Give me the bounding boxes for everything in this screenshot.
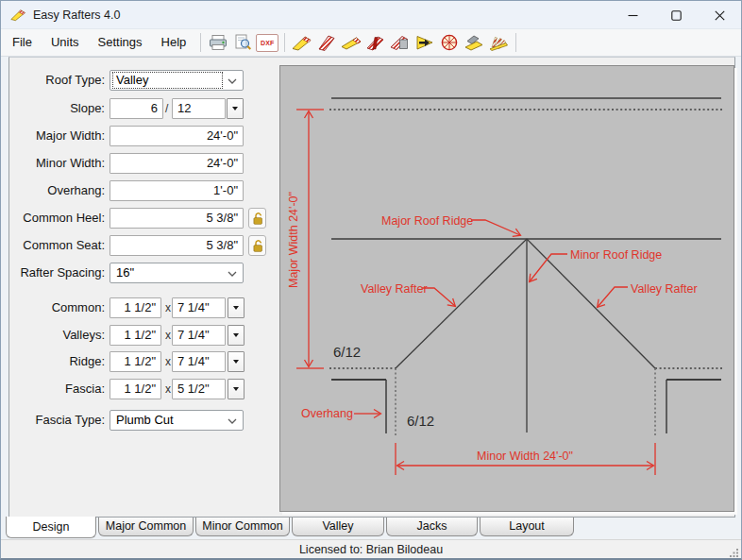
common-rafter-button[interactable] (290, 31, 314, 54)
minimize-icon (628, 10, 638, 21)
tab-jacks[interactable]: Jacks (386, 518, 478, 536)
rafter-square-icon (390, 34, 411, 51)
hip-rafter-button[interactable] (314, 31, 339, 54)
maximize-icon (671, 10, 682, 21)
fascia-width-input[interactable]: 1 1/2" (110, 379, 161, 399)
valleys-depth-input[interactable]: 7 1/4" (172, 325, 226, 346)
roof-type-label: Roof Type: (1, 70, 105, 91)
minimize-button[interactable] (611, 1, 654, 29)
close-icon (715, 10, 725, 21)
tab-design[interactable]: Design (6, 517, 96, 538)
major-width-dimension (296, 110, 324, 368)
chevron-down-icon (228, 271, 237, 277)
title-bar[interactable]: Easy Rafters 4.0 (1, 1, 741, 29)
menu-settings[interactable]: Settings (89, 29, 152, 56)
minor-width-label: Minor Width: (1, 153, 105, 174)
common-width-input[interactable]: 1 1/2" (110, 297, 161, 318)
rafter-square-button[interactable] (388, 31, 413, 54)
valley-rafter-left-label: Valley Rafter (361, 282, 428, 296)
tab-minor-common[interactable]: Minor Common (195, 518, 290, 536)
octagon-roof-button[interactable] (437, 31, 462, 54)
roof-type-row: Roof Type: Valley (1, 70, 277, 91)
fascia-type-combobox[interactable]: Plumb Cut (110, 410, 244, 431)
valley-rafter-button[interactable] (339, 31, 363, 54)
ridge-width-input[interactable]: 1 1/2" (110, 351, 161, 372)
fascia-lumber-row: Fascia: 1 1/2" x 5 1/2" (1, 379, 277, 399)
slope-lower-label: 6/12 (407, 413, 434, 429)
roof-diagram: Major Width 24'-0" Major Roof Ridge Mino… (280, 66, 734, 511)
tab-major-common[interactable]: Major Common (98, 518, 194, 536)
overhang-label: Overhang: (1, 180, 105, 201)
overhang-input[interactable]: 1'-0" (110, 180, 244, 201)
rafter-spacing-label: Rafter Spacing: (1, 263, 105, 283)
dropdown-arrow-icon (233, 360, 239, 364)
printer-icon (209, 34, 228, 51)
common-depth-input[interactable]: 7 1/4" (172, 297, 226, 318)
app-window: Easy Rafters 4.0 File Units Settings Hel… (0, 0, 742, 560)
resize-grip[interactable] (730, 548, 739, 557)
overhang-callout-label: Overhang (301, 407, 353, 420)
open-padlock-icon (252, 239, 263, 252)
dropdown-arrow-icon (233, 306, 239, 310)
hip-rafter-icon (316, 34, 337, 51)
gable-roof-button[interactable] (413, 31, 437, 54)
fascia-size-dropdown-button[interactable] (228, 379, 245, 399)
major-width-input[interactable]: 24'-0" (110, 126, 244, 146)
major-roof-ridge-leader (471, 220, 520, 235)
rafter-spacing-combobox[interactable]: 16" (110, 263, 244, 283)
app-logo-icon (10, 8, 26, 22)
jack-rafter-icon (365, 34, 386, 51)
fan-rafters-icon (488, 34, 509, 51)
slope-run-input[interactable]: 12 (172, 98, 226, 119)
ridge-lumber-row: Ridge: 1 1/2" x 7 1/4" (1, 351, 277, 372)
valleys-lumber-label: Valleys: (1, 325, 105, 346)
tab-strip: Design Major Common Minor Common Valley … (1, 518, 741, 539)
octagon-roof-icon (439, 34, 460, 51)
minor-width-input[interactable]: 24'-0" (110, 153, 244, 174)
menu-help[interactable]: Help (152, 29, 196, 56)
roof-type-combobox[interactable]: Valley (110, 70, 244, 91)
valleys-width-input[interactable]: 1 1/2" (110, 325, 161, 346)
jack-rafter-button[interactable] (363, 31, 388, 54)
roof-type-value: Valley (113, 73, 222, 88)
dxf-icon: DXF (256, 34, 278, 52)
common-heel-row: Common Heel: 5 3/8" (1, 208, 277, 229)
slope-rise-input[interactable]: 6 (110, 98, 163, 119)
slope-upper-label: 6/12 (333, 344, 361, 360)
fan-rafters-button[interactable] (486, 31, 511, 54)
window-title: Easy Rafters 4.0 (33, 1, 120, 29)
ridge-depth-input[interactable]: 7 1/4" (172, 351, 226, 372)
shed-roof-button[interactable] (462, 31, 486, 54)
maximize-button[interactable] (654, 1, 698, 29)
by-symbol: x (165, 297, 171, 318)
minor-width-row: Minor Width: 24'-0" (1, 153, 277, 174)
common-seat-row: Common Seat: 5 3/8" (1, 235, 277, 256)
common-seat-label: Common Seat: (1, 235, 105, 256)
common-heel-lock-button[interactable] (248, 208, 266, 229)
fascia-depth-input[interactable]: 5 1/2" (172, 379, 226, 399)
tab-layout[interactable]: Layout (480, 518, 574, 536)
minor-width-dim-label: Minor Width 24'-0" (477, 450, 573, 463)
dxf-export-button[interactable]: DXF (255, 31, 279, 54)
valley-rafter-right-label: Valley Rafter (631, 282, 698, 296)
common-seat-lock-button[interactable] (248, 235, 266, 256)
slope-dropdown-button[interactable] (227, 98, 244, 119)
dropdown-arrow-icon (233, 333, 239, 337)
ridge-size-dropdown-button[interactable] (228, 351, 245, 372)
print-preview-button[interactable] (230, 31, 255, 54)
common-size-dropdown-button[interactable] (228, 297, 245, 318)
dropdown-arrow-icon (232, 107, 238, 110)
print-button[interactable] (206, 31, 230, 54)
menu-units[interactable]: Units (42, 29, 89, 56)
major-roof-ridge-label: Major Roof Ridge (381, 214, 473, 228)
close-button[interactable] (698, 1, 741, 29)
slope-label: Slope: (1, 98, 105, 119)
menu-file[interactable]: File (3, 29, 42, 56)
major-width-dim-label: Major Width 24'-0" (287, 192, 300, 288)
valleys-size-dropdown-button[interactable] (228, 325, 245, 346)
slope-row: Slope: 6 / 12 (1, 98, 277, 119)
overhang-row: Overhang: 1'-0" (1, 180, 277, 201)
common-heel-input[interactable]: 5 3/8" (110, 208, 244, 229)
common-seat-input[interactable]: 5 3/8" (110, 235, 244, 256)
tab-valley[interactable]: Valley (292, 518, 384, 536)
